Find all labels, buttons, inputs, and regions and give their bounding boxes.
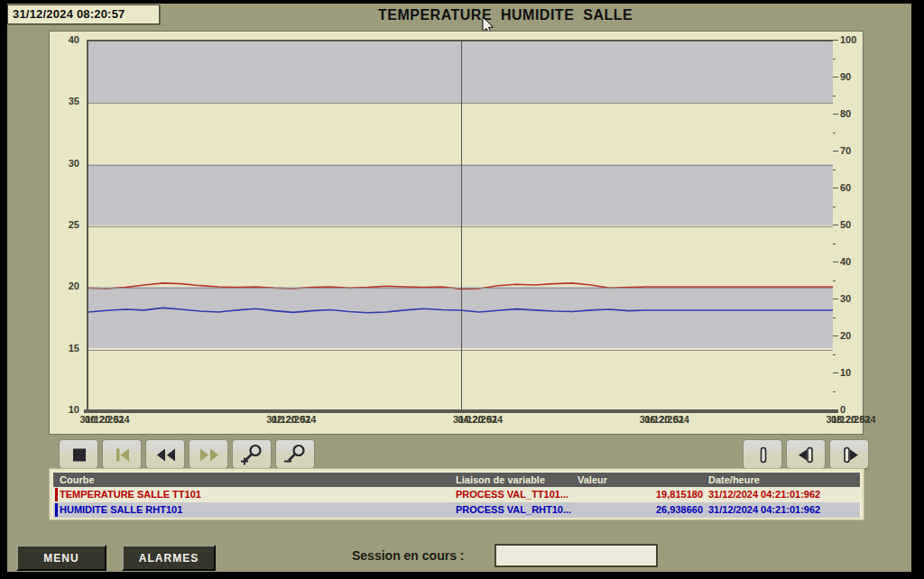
curve-table-header: Courbe Liaison de variable Valeur Date/h… (53, 473, 860, 487)
y-right-tick-label: 60 (840, 182, 864, 193)
y-right-tick (833, 299, 838, 299)
temperature-color-chip (55, 488, 58, 501)
go-to-start-button[interactable] (102, 439, 142, 469)
y-right-tick-label: 20 (840, 330, 864, 341)
session-input[interactable] (494, 544, 658, 567)
col-header-courbe: Courbe (60, 474, 95, 485)
y-right-tick (833, 188, 838, 188)
x-axis-time-labels: 00:20:5131/12/202402:20:5131/12/202404:2… (50, 414, 864, 436)
row1-liaison: PROCESS VAL_RHT10... (456, 504, 571, 515)
session-label: Session en cours : (352, 548, 464, 563)
y-right-tick (833, 114, 838, 115)
zoom-in-button[interactable] (232, 439, 272, 469)
y-right-tick (833, 170, 836, 170)
zoom-out-button[interactable] (275, 439, 315, 469)
row0-valeur: 19,815180 (572, 489, 703, 500)
curve-legend-panel: Courbe Liaison de variable Valeur Date/h… (49, 468, 864, 520)
trend-plot-area[interactable] (87, 40, 833, 409)
col-header-liaison: Liaison de variable (456, 474, 545, 485)
menu-button[interactable]: MENU (16, 545, 106, 571)
row1-valeur: 26,938660 (572, 504, 703, 515)
y-right-tick-label: 90 (840, 71, 864, 82)
y-right-tick (833, 262, 838, 262)
y-right-tick (833, 354, 836, 355)
y-right-tick (833, 225, 838, 225)
stop-button[interactable] (59, 439, 98, 469)
y-right-tick-label: 80 (840, 108, 864, 119)
alarms-button[interactable]: ALARMES (122, 545, 216, 571)
y-right-tick (833, 40, 838, 41)
y-right-tick (833, 77, 838, 78)
y-left-tick-label: 15 (50, 343, 79, 354)
y-right-tick (833, 207, 836, 207)
col-header-date: Date/heure (708, 474, 760, 485)
humidity-color-chip (55, 503, 58, 517)
row0-courbe: TEMPERATURE SALLE TT101 (60, 489, 201, 500)
row0-date: 31/12/2024 04:21:01:962 (708, 489, 820, 500)
y-left-tick-label: 20 (50, 280, 79, 291)
scroll-forward-button[interactable] (189, 439, 228, 469)
ruler-step-left-button[interactable] (786, 439, 826, 469)
y-right-tick-label: 50 (840, 219, 864, 230)
y-right-tick-label: 100 (840, 34, 864, 45)
y-right-tick (833, 96, 836, 96)
y-right-tick (833, 280, 836, 281)
trend-chart-panel: 40353025201510 0102030405060708090100 00… (49, 31, 864, 435)
y-right-tick (833, 133, 836, 133)
y-right-tick (833, 317, 836, 318)
y-right-tick (833, 372, 838, 373)
col-header-valeur: Valeur (578, 474, 607, 485)
ruler-cursor-line[interactable] (461, 41, 462, 409)
y-right-tick-label: 30 (840, 293, 864, 304)
y-axis-right-humidity: 0102030405060708090100 (833, 40, 864, 413)
y-right-tick-label: 40 (840, 256, 864, 267)
y-right-tick (833, 151, 838, 152)
ruler-toggle-button[interactable] (743, 439, 782, 469)
x-axis-line (84, 409, 838, 413)
curve-table: Courbe Liaison de variable Valeur Date/h… (52, 472, 861, 518)
y-right-tick (833, 244, 836, 244)
page-title: TEMPERATURE HUMIDITE SALLE (378, 7, 633, 23)
datetime-display: 31/12/2024 08:20:57 (7, 5, 160, 24)
table-row-humidity[interactable]: HUMIDITE SALLE RHT101 PROCESS VAL_RHT10.… (53, 502, 860, 518)
y-axis-left-temperature: 40353025201510 (50, 40, 83, 409)
y-left-tick-label: 40 (50, 34, 79, 45)
y-right-tick (833, 391, 836, 392)
row0-liaison: PROCESS VAL_TT101... (456, 489, 568, 500)
row1-date: 31/12/2024 04:21:01:962 (708, 504, 820, 515)
y-right-tick-label: 70 (840, 145, 864, 156)
y-left-tick-label: 35 (50, 96, 79, 106)
ruler-step-right-button[interactable] (829, 439, 869, 469)
scroll-back-button[interactable] (145, 439, 185, 469)
table-row-temperature[interactable]: TEMPERATURE SALLE TT101 PROCESS VAL_TT10… (53, 487, 860, 502)
y-left-tick-label: 30 (50, 158, 79, 169)
y-left-tick-label: 25 (50, 219, 79, 230)
y-right-tick-label: 10 (840, 367, 864, 378)
y-right-tick (833, 335, 838, 336)
y-right-tick (833, 59, 836, 60)
row1-courbe: HUMIDITE SALLE RHT101 (60, 504, 182, 515)
